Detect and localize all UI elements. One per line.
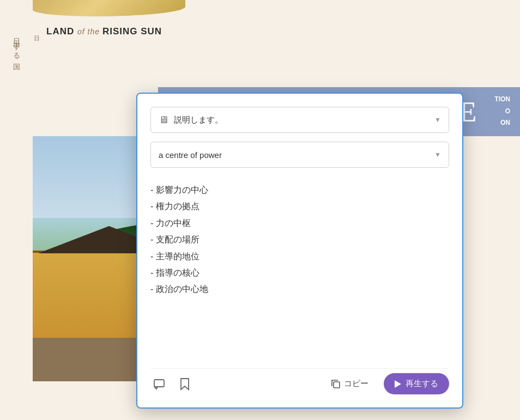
right-line-3: ON	[481, 117, 510, 129]
brand-of-the: of the	[77, 27, 102, 36]
brand-rising-sun: RISING SUN	[102, 26, 162, 36]
brand-title: LAND of the RISING SUN	[46, 26, 162, 37]
translation-item-1: - 影響力の中心	[150, 182, 449, 198]
translation-item-3: - 力の中枢	[150, 215, 449, 232]
phrase-dropdown-arrow: ▼	[434, 151, 441, 159]
translation-item-6: - 指導の核心	[150, 265, 449, 281]
translation-item-4: - 支配の場所	[150, 232, 449, 248]
translation-item-5: - 主導的地位	[150, 248, 449, 265]
sidebar-kanji: 日出ずる国	[11, 33, 21, 60]
comment-button[interactable]	[150, 375, 168, 393]
svg-marker-1	[181, 379, 189, 389]
modal-toolbar: コピー 再生する	[150, 368, 449, 394]
mode-dropdown-arrow: ▼	[434, 116, 441, 124]
header-kanji-small: 日	[33, 31, 41, 32]
header: 日 LAND of the RISING SUN	[33, 26, 162, 37]
phrase-dropdown[interactable]: a centre of power ▼	[150, 142, 449, 168]
svg-rect-0	[154, 380, 164, 387]
play-button[interactable]: 再生する	[384, 373, 449, 394]
bookmark-button[interactable]	[177, 375, 193, 393]
svg-rect-2	[334, 382, 340, 388]
mode-dropdown[interactable]: 🖥 説明します。 ▼	[150, 107, 449, 133]
mode-dropdown-text: 説明します。	[174, 115, 434, 125]
copy-icon	[331, 379, 341, 389]
play-icon	[395, 380, 401, 388]
copy-label: コピー	[344, 379, 368, 389]
right-line-2: O	[481, 106, 510, 118]
right-line-1: TION	[481, 94, 510, 106]
translation-item-7: - 政治の中心地	[150, 281, 449, 297]
play-label: 再生する	[406, 379, 438, 389]
phrase-dropdown-text: a centre of power	[159, 150, 434, 160]
translation-area: - 影響力の中心 - 権力の拠点 - 力の中枢 - 支配の場所 - 主導的地位 …	[150, 176, 449, 360]
mode-dropdown-icon: 🖥	[159, 114, 168, 126]
translation-item-2: - 権力の拠点	[150, 198, 449, 215]
right-panel: TION O ON	[476, 87, 515, 136]
brand-land: LAND	[46, 26, 74, 36]
translation-modal: 🖥 説明します。 ▼ a centre of power ▼ - 影響力の中心 …	[136, 93, 463, 409]
sidebar: 日出ずる国	[0, 0, 33, 420]
copy-button[interactable]: コピー	[324, 375, 375, 392]
